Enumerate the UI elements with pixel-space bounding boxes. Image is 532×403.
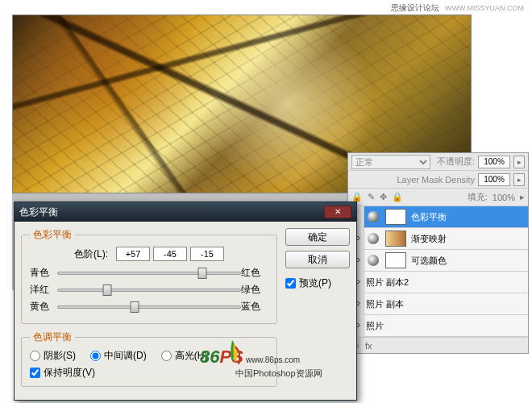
- slider-left-label: 青色: [30, 266, 57, 280]
- layer-item[interactable]: 👁照片: [348, 315, 528, 337]
- layer-name: 照片: [364, 320, 528, 332]
- slider-handle[interactable]: [130, 301, 139, 313]
- brush-icon[interactable]: ✎: [368, 192, 375, 202]
- layer-item[interactable]: 👁色彩平衡: [348, 206, 528, 228]
- preview-checkbox[interactable]: 预览(P): [285, 276, 350, 290]
- level-input-0[interactable]: [116, 247, 150, 261]
- move-icon[interactable]: ✥: [380, 192, 387, 202]
- layer-name: 照片 副本2: [364, 276, 528, 289]
- layer-item[interactable]: 👁可选颜色: [348, 250, 528, 272]
- slider-handle[interactable]: [103, 285, 112, 296]
- tone-balance-group: 色调平衡 阴影(S) 中间调(D) 高光(H) 保持明度(V): [21, 330, 277, 387]
- group2-legend: 色调平衡: [30, 330, 75, 344]
- color-balance-dialog: 色彩平衡 ✕ 色彩平衡 色阶(L): 青色红色洋红绿色黄色蓝色 色调平衡 阴影(…: [14, 202, 357, 401]
- group1-legend: 色彩平衡: [30, 228, 75, 242]
- ok-button[interactable]: 确定: [285, 228, 350, 246]
- layers-panel: 正常 不透明度: 100% ▸ Layer Mask Density 100% …: [347, 152, 529, 354]
- adjustment-icon: [364, 250, 382, 272]
- layer-item[interactable]: 👁照片 副本: [348, 293, 528, 315]
- lock-row: 🔒 ✎ ✥ 🔒 填充: 100% ▸: [348, 189, 528, 206]
- level-input-2[interactable]: [190, 247, 224, 261]
- fx-icon[interactable]: fx: [365, 341, 372, 351]
- slider-row: 黄色蓝色: [30, 300, 268, 314]
- levels-row: 色阶(L):: [30, 247, 268, 261]
- level-input-1[interactable]: [153, 247, 187, 261]
- slider-row: 青色红色: [30, 266, 268, 280]
- watermark-sub: WWW.MISSYUAN.COM: [445, 4, 524, 12]
- cancel-button[interactable]: 取消: [285, 251, 350, 268]
- blend-mode-select[interactable]: 正常: [351, 155, 430, 169]
- levels-label: 色阶(L):: [74, 247, 108, 261]
- slider-right-label: 蓝色: [241, 300, 268, 314]
- radio-highlights[interactable]: 高光(H): [161, 349, 208, 363]
- layer-name: 渐变映射: [409, 233, 528, 245]
- slider-left-label: 黄色: [30, 300, 57, 314]
- layer-item[interactable]: 👁照片 副本2: [348, 272, 528, 293]
- slider-right-label: 红色: [241, 266, 268, 280]
- layer-list: 👁色彩平衡👁渐变映射👁可选颜色👁照片 副本2👁照片 副本👁照片: [348, 206, 528, 337]
- dialog-titlebar[interactable]: 色彩平衡 ✕: [15, 202, 356, 222]
- radio-midtones[interactable]: 中间调(D): [90, 349, 147, 363]
- lock-all-icon[interactable]: 🔒: [392, 192, 403, 202]
- layer-name: 色彩平衡: [409, 211, 528, 223]
- layer-thumbnail: [385, 252, 406, 268]
- slider-right-label: 绿色: [241, 283, 268, 297]
- slider-track[interactable]: [57, 272, 241, 275]
- adjustment-icon: [364, 206, 382, 228]
- blend-row: 正常 不透明度: 100% ▸: [348, 153, 528, 171]
- opacity-arrow-icon[interactable]: ▸: [513, 156, 525, 168]
- mask-label: Layer Mask Density: [397, 175, 475, 185]
- slider-track[interactable]: [57, 289, 241, 292]
- tone-radio-row: 阴影(S) 中间调(D) 高光(H): [30, 349, 268, 363]
- layer-name: 照片 副本: [364, 298, 528, 310]
- radio-shadows[interactable]: 阴影(S): [30, 349, 76, 363]
- mask-value[interactable]: 100%: [478, 173, 510, 186]
- fill-label: 填充:: [468, 191, 488, 203]
- layer-tools: ⬭ fx: [348, 337, 528, 353]
- slider-handle[interactable]: [197, 268, 206, 279]
- slider-row: 洋红绿色: [30, 283, 268, 297]
- layer-thumbnail: [385, 209, 406, 225]
- opacity-label: 不透明度:: [437, 156, 475, 168]
- mask-arrow-icon[interactable]: ▸: [513, 173, 525, 186]
- preserve-luminosity[interactable]: 保持明度(V): [30, 366, 268, 380]
- slider-track[interactable]: [57, 305, 241, 309]
- slider-left-label: 洋红: [30, 283, 57, 297]
- watermark-main: 思缘设计论坛: [391, 3, 439, 12]
- layer-name: 可选颜色: [409, 255, 528, 267]
- fill-value[interactable]: 100%: [493, 193, 515, 202]
- layer-item[interactable]: 👁渐变映射: [348, 228, 528, 250]
- mask-row: Layer Mask Density 100% ▸: [348, 171, 528, 189]
- fill-arrow-icon[interactable]: ▸: [520, 192, 525, 202]
- opacity-value[interactable]: 100%: [478, 156, 510, 168]
- adjustment-icon: [364, 228, 382, 250]
- close-icon[interactable]: ✕: [324, 206, 351, 218]
- color-balance-group: 色彩平衡 色阶(L): 青色红色洋红绿色黄色蓝色: [21, 228, 277, 324]
- watermark-top: 思缘设计论坛 WWW.MISSYUAN.COM: [391, 2, 524, 14]
- dialog-title: 色彩平衡: [19, 206, 324, 219]
- layer-thumbnail: [385, 231, 406, 247]
